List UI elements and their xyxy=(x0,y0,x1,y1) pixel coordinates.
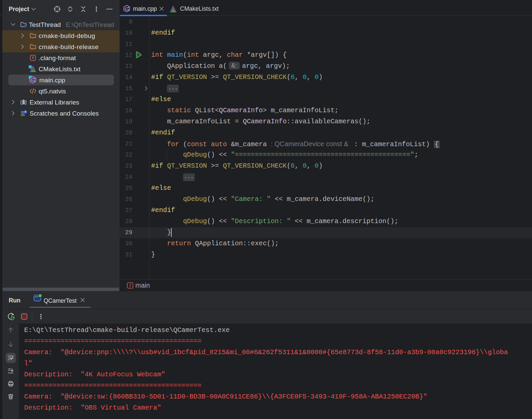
svg-text:Y: Y xyxy=(32,56,34,60)
svg-text:C: C xyxy=(31,78,34,83)
svg-text:C: C xyxy=(125,6,128,11)
svg-text:f: f xyxy=(129,283,131,288)
